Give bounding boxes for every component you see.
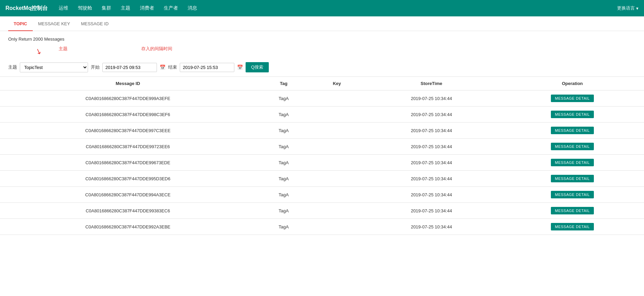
cell-operation: MESSAGE DETAIL [501, 90, 644, 107]
cell-msg-id: C0A8016866280C387F447DDE99383EC6 [0, 203, 256, 219]
cell-operation: MESSAGE DETAIL [501, 187, 644, 203]
end-date-input[interactable] [180, 63, 234, 72]
cell-msg-id: C0A8016866280C387F447DDE992A3EBE [0, 219, 256, 235]
cell-operation: MESSAGE DETAIL [501, 171, 644, 187]
message-detail-button[interactable]: MESSAGE DETAIL [551, 191, 594, 198]
cell-tag: TagA [256, 187, 312, 203]
nav-item-consumer[interactable]: 消费者 [140, 4, 154, 13]
table-row: C0A8016866280C387F447DDE99673EDE TagA 20… [0, 155, 644, 171]
cell-tag: TagA [256, 123, 312, 139]
message-table: Message ID Tag Key StoreTime Operation C… [0, 76, 644, 235]
table-row: C0A8016866280C387F447DDE997C3EEE TagA 20… [0, 123, 644, 139]
nav-item-message[interactable]: 消息 [188, 4, 197, 13]
cell-store-time: 2019-07-25 10:34:44 [362, 219, 501, 235]
cell-tag: TagA [256, 155, 312, 171]
tab-message-key[interactable]: MESSAGE KEY [33, 16, 76, 31]
topic-select[interactable]: TopicTest [20, 62, 88, 72]
language-switcher[interactable]: 更换语言 ▾ [617, 5, 639, 11]
cell-tag: TagA [256, 171, 312, 187]
cell-store-time: 2019-07-25 10:34:44 [362, 155, 501, 171]
cell-key [311, 219, 362, 235]
col-message-id: Message ID [0, 77, 256, 90]
cell-store-time: 2019-07-25 10:34:44 [362, 171, 501, 187]
cell-key [311, 107, 362, 123]
table-row: C0A8016866280C387F447DDE994A3ECE TagA 20… [0, 187, 644, 203]
navbar-brand: RocketMq控制台 [5, 5, 48, 12]
cell-key [311, 123, 362, 139]
navbar: RocketMq控制台 运维 驾驶舱 集群 主题 消费者 生产者 消息 更换语言… [0, 0, 644, 16]
cell-key [311, 187, 362, 203]
only-return-label: Only Return 2000 Messages [8, 37, 636, 42]
table-row: C0A8016866280C387F447DDE99383EC6 TagA 20… [0, 203, 644, 219]
cell-msg-id: C0A8016866280C387F447DDE997C3EEE [0, 123, 256, 139]
chevron-down-icon: ▾ [636, 6, 639, 11]
message-table-container: Message ID Tag Key StoreTime Operation C… [0, 76, 644, 235]
table-row: C0A8016866280C387F447DDE998C3EF6 TagA 20… [0, 107, 644, 123]
table-row: C0A8016866280C387F447DDE999A3EFE TagA 20… [0, 90, 644, 107]
language-label: 更换语言 [617, 5, 635, 11]
message-detail-button[interactable]: MESSAGE DETAIL [551, 111, 594, 118]
nav-item-producer[interactable]: 生产者 [164, 4, 178, 13]
cell-tag: TagA [256, 139, 312, 155]
message-detail-button[interactable]: MESSAGE DETAIL [551, 175, 594, 182]
annotation-arrow: ↘ [34, 46, 43, 57]
message-detail-button[interactable]: MESSAGE DETAIL [551, 95, 594, 102]
search-row: 主题 TopicTest 开始 📅 结束 📅 Q搜索 [8, 62, 636, 72]
cell-msg-id: C0A8016866280C387F447DDE994A3ECE [0, 187, 256, 203]
cell-msg-id: C0A8016866280C387F447DDE995D3ED6 [0, 171, 256, 187]
message-detail-button[interactable]: MESSAGE DETAIL [551, 223, 594, 230]
topic-label: 主题 [8, 64, 17, 70]
cell-key [311, 139, 362, 155]
message-detail-button[interactable]: MESSAGE DETAIL [551, 127, 594, 134]
col-tag: Tag [256, 77, 312, 90]
cell-msg-id: C0A8016866280C387F447DDE999A3EFE [0, 90, 256, 107]
start-calendar-icon[interactable]: 📅 [160, 65, 165, 70]
table-row: C0A8016866280C387F447DDE992A3EBE TagA 20… [0, 219, 644, 235]
cell-key [311, 90, 362, 107]
search-area: Only Return 2000 Messages 主题 ↘ 存入的间隔时间 主… [0, 31, 644, 76]
cell-operation: MESSAGE DETAIL [501, 107, 644, 123]
table-row: C0A8016866280C387F447DDE99723EE6 TagA 20… [0, 139, 644, 155]
start-label: 开始 [91, 64, 100, 70]
search-button[interactable]: Q搜索 [246, 62, 269, 72]
cell-key [311, 155, 362, 171]
cell-key [311, 171, 362, 187]
tab-topic[interactable]: TOPIC [8, 16, 33, 31]
tab-message-id[interactable]: MESSAGE ID [75, 16, 114, 31]
cell-store-time: 2019-07-25 10:34:44 [362, 107, 501, 123]
cell-store-time: 2019-07-25 10:34:44 [362, 90, 501, 107]
cell-key [311, 203, 362, 219]
message-detail-button[interactable]: MESSAGE DETAIL [551, 207, 594, 214]
end-label: 结束 [168, 64, 177, 70]
cell-operation: MESSAGE DETAIL [501, 155, 644, 171]
cell-tag: TagA [256, 203, 312, 219]
annotation-topic-label: 主题 [59, 46, 68, 52]
start-date-input[interactable] [102, 63, 157, 72]
nav-item-dashboard[interactable]: 驾驶舱 [78, 4, 92, 13]
message-detail-button[interactable]: MESSAGE DETAIL [551, 159, 594, 166]
cell-msg-id: C0A8016866280C387F447DDE998C3EF6 [0, 107, 256, 123]
cell-msg-id: C0A8016866280C387F447DDE99723EE6 [0, 139, 256, 155]
nav-item-cluster[interactable]: 集群 [102, 4, 111, 13]
end-calendar-icon[interactable]: 📅 [237, 65, 243, 70]
tab-bar: TOPIC MESSAGE KEY MESSAGE ID [0, 16, 644, 31]
main-content: TOPIC MESSAGE KEY MESSAGE ID Only Return… [0, 16, 644, 296]
col-key: Key [311, 77, 362, 90]
cell-operation: MESSAGE DETAIL [501, 219, 644, 235]
cell-tag: TagA [256, 107, 312, 123]
col-store-time: StoreTime [362, 77, 501, 90]
cell-operation: MESSAGE DETAIL [501, 203, 644, 219]
cell-store-time: 2019-07-25 10:34:44 [362, 203, 501, 219]
table-header-row: Message ID Tag Key StoreTime Operation [0, 77, 644, 90]
cell-operation: MESSAGE DETAIL [501, 123, 644, 139]
nav-item-operations[interactable]: 运维 [59, 4, 68, 13]
message-detail-button[interactable]: MESSAGE DETAIL [551, 143, 594, 150]
nav-item-topic[interactable]: 主题 [121, 4, 130, 13]
cell-tag: TagA [256, 90, 312, 107]
table-row: C0A8016866280C387F447DDE995D3ED6 TagA 20… [0, 171, 644, 187]
annotation-time-label: 存入的间隔时间 [141, 46, 172, 52]
cell-msg-id: C0A8016866280C387F447DDE99673EDE [0, 155, 256, 171]
cell-store-time: 2019-07-25 10:34:44 [362, 187, 501, 203]
cell-tag: TagA [256, 219, 312, 235]
cell-operation: MESSAGE DETAIL [501, 139, 644, 155]
